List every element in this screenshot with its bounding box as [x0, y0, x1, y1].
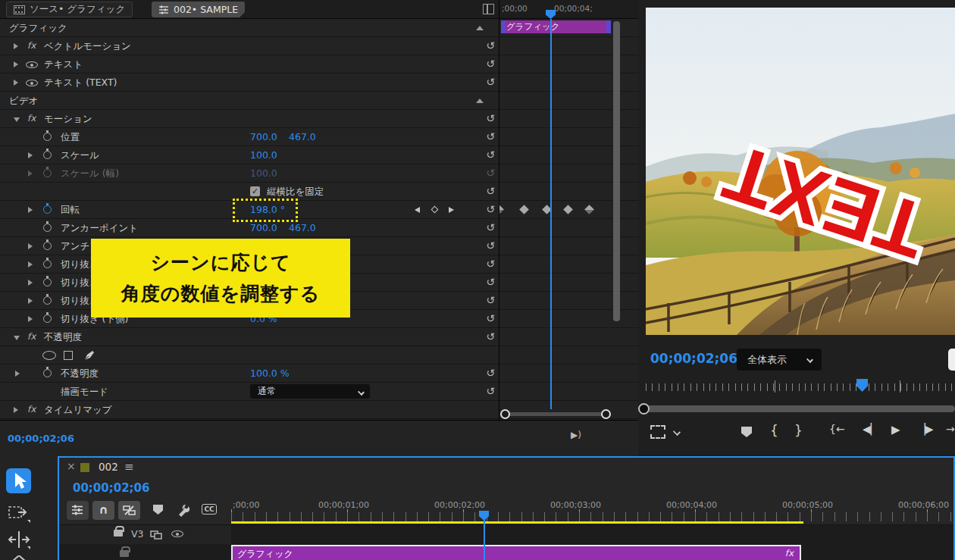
next-keyframe-icon[interactable] — [449, 207, 454, 213]
effect-row-time-remap[interactable]: fx タイムリマップ — [0, 401, 499, 419]
effect-row-graphic-header[interactable]: グラフィック — [0, 19, 499, 37]
selection-tool-button[interactable] — [6, 468, 31, 493]
track-v3-content[interactable] — [231, 525, 953, 545]
chevron-right-icon[interactable] — [28, 316, 33, 322]
reset-icon[interactable]: ↺ — [484, 74, 497, 90]
reset-icon[interactable]: ↺ — [484, 201, 497, 217]
reset-icon[interactable]: ↺ — [484, 37, 497, 54]
chevron-down-icon[interactable] — [14, 117, 20, 122]
track-v3-label[interactable]: V3 — [131, 528, 144, 540]
collapse-section-icon[interactable] — [476, 26, 484, 30]
toggle-effects-timeline-icon[interactable] — [483, 4, 494, 14]
mini-timeline-ruler[interactable]: ;00;00 00;00;04; — [499, 0, 638, 19]
chevron-down-icon[interactable] — [673, 428, 681, 436]
mark-in-button[interactable]: { — [770, 423, 778, 438]
chevron-down-icon[interactable] — [14, 336, 20, 340]
chevron-right-icon[interactable] — [15, 371, 20, 377]
chevron-right-icon[interactable] — [28, 171, 33, 177]
effects-vertical-scrollbar[interactable] — [613, 21, 620, 321]
effect-row-scale-width[interactable]: スケール (幅) 100.0 ↺ — [0, 164, 499, 183]
eye-icon[interactable] — [26, 80, 38, 86]
effects-mini-timeline[interactable]: ;00;00 00;00;04; グラフィック — [499, 0, 638, 420]
go-to-out-button[interactable]: →} — [946, 423, 955, 435]
stopwatch-icon[interactable] — [43, 260, 52, 268]
effects-zoom-bar[interactable] — [500, 409, 611, 419]
zoom-bar-right-handle[interactable] — [601, 409, 611, 419]
close-icon[interactable]: × — [67, 460, 76, 472]
zoom-level-dropdown[interactable]: 全体表示 — [737, 349, 822, 371]
reset-icon[interactable]: ↺ — [484, 110, 497, 127]
reset-icon[interactable]: ↺ — [484, 55, 497, 72]
zoom-bar-track[interactable] — [505, 412, 606, 416]
stopwatch-keyframe-icon[interactable] — [43, 205, 52, 214]
play-button[interactable]: ▶ — [891, 423, 900, 436]
chevron-right-icon[interactable] — [14, 407, 18, 413]
mark-out-button[interactable]: } — [794, 423, 803, 438]
chevron-right-icon[interactable] — [28, 207, 33, 213]
position-x-value[interactable]: 700.0 — [250, 128, 277, 145]
reset-icon[interactable]: ↺ — [484, 292, 497, 308]
stopwatch-icon[interactable] — [43, 151, 52, 159]
blend-mode-dropdown[interactable]: 通常 — [250, 384, 370, 399]
program-scrollbar-handle[interactable] — [638, 403, 650, 415]
reset-icon[interactable]: ↺ — [484, 328, 497, 345]
stopwatch-icon[interactable] — [43, 133, 52, 141]
reset-icon[interactable]: ↺ — [484, 237, 497, 254]
chevron-right-icon[interactable] — [28, 243, 33, 249]
stopwatch-icon[interactable] — [43, 224, 52, 232]
play-audio-icon[interactable]: ▶) — [571, 430, 581, 440]
program-scrollbar[interactable] — [646, 405, 955, 412]
reset-icon[interactable]: ↺ — [484, 274, 497, 290]
effect-row-position[interactable]: 位置 700.0 467.0 ↺ — [0, 128, 499, 146]
opacity-value[interactable]: 100.0 % — [250, 364, 290, 382]
ripple-edit-tool[interactable] — [8, 530, 30, 549]
previous-keyframe-icon[interactable] — [415, 207, 420, 213]
pen-mask-icon[interactable] — [83, 350, 95, 361]
graphic-clip[interactable]: グラフィック fx — [231, 545, 801, 560]
step-back-button[interactable]: ◀▏ — [863, 423, 879, 435]
position-y-value[interactable]: 467.0 — [289, 128, 316, 145]
go-to-in-button[interactable]: {← — [829, 423, 845, 435]
effect-row-text[interactable]: テキスト ↺ — [0, 55, 499, 74]
step-forward-button[interactable]: ▕▶ — [917, 423, 934, 435]
program-timecode[interactable]: 00;00;02;06 — [650, 351, 737, 366]
chevron-right-icon[interactable] — [14, 43, 18, 49]
program-mini-ruler[interactable] — [646, 383, 955, 391]
reset-icon[interactable]: ↺ — [484, 255, 497, 272]
rectangle-mask-icon[interactable] — [64, 351, 73, 360]
effect-row-text-TEXT[interactable]: テキスト (TEXT) ↺ — [0, 74, 499, 92]
add-marker-icon[interactable] — [741, 427, 752, 437]
clip-right-handle[interactable] — [606, 20, 611, 33]
sequence-tab-label[interactable]: 002 — [99, 461, 118, 473]
mini-timeline-playhead[interactable] — [550, 19, 552, 409]
effects-timecode[interactable]: 00;00;02;06 — [8, 433, 74, 444]
reset-icon[interactable]: ↺ — [484, 128, 497, 145]
eye-icon[interactable] — [26, 61, 38, 68]
reset-icon[interactable]: ↺ — [484, 219, 497, 236]
effect-row-scale[interactable]: スケール 100.0 ↺ — [0, 146, 499, 164]
chevron-right-icon[interactable] — [14, 61, 18, 67]
stopwatch-icon[interactable] — [43, 369, 52, 377]
track-output-eye-icon[interactable] — [171, 530, 183, 537]
chevron-right-icon[interactable] — [14, 80, 18, 86]
reset-icon[interactable]: ↺ — [484, 183, 497, 199]
tab-source-graphic[interactable]: ソース• グラフィック — [6, 2, 133, 17]
chevron-right-icon[interactable] — [28, 152, 33, 158]
collapse-section-icon[interactable] — [476, 99, 484, 103]
chevron-right-icon[interactable] — [28, 298, 33, 304]
zoom-bar-left-handle[interactable] — [500, 409, 510, 419]
rotated-text-overlay[interactable]: TEXT — [646, 91, 955, 303]
scale-value[interactable]: 100.0 — [250, 146, 277, 164]
sync-lock-icon[interactable] — [150, 530, 162, 540]
stopwatch-icon[interactable] — [43, 296, 52, 305]
lock-icon[interactable] — [114, 530, 123, 537]
lock-icon[interactable] — [120, 550, 129, 557]
program-monitor-frame[interactable]: TEXT — [646, 8, 955, 335]
clip-left-handle[interactable] — [501, 20, 506, 33]
reset-icon[interactable]: ↺ — [484, 310, 497, 327]
add-keyframe-icon[interactable] — [431, 206, 439, 214]
reset-icon[interactable]: ↺ — [484, 364, 497, 381]
mini-timeline-clip[interactable]: グラフィック — [501, 20, 611, 33]
effect-row-motion[interactable]: fx モーション ↺ — [0, 110, 499, 128]
stopwatch-icon[interactable] — [43, 314, 52, 323]
